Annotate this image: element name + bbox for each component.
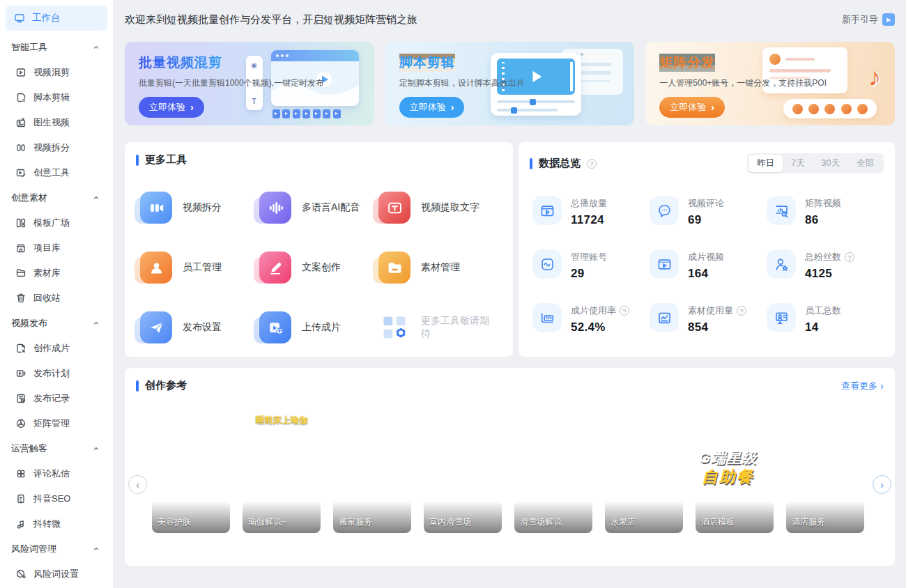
tool-item[interactable]: 更多工具敬请期待 (378, 311, 498, 343)
video-overlay-line1: G端星级 (699, 448, 757, 467)
sidebar-entry[interactable]: 图生视频 (6, 110, 107, 135)
sidebar-entry[interactable]: 创作成片 (6, 336, 107, 361)
sidebar-entry[interactable]: 视频发布 (6, 311, 107, 336)
tool-item[interactable]: 视频拆分 (140, 192, 259, 224)
video-card[interactable]: 睡前床上瑜伽 瑜伽解说~ (243, 408, 321, 533)
video-card[interactable]: 水果店 (605, 408, 683, 533)
promo-card-script-edit[interactable]: 脚本剪辑 定制脚本剪辑，设计脚本高效出片 立即体验 (385, 42, 635, 125)
main-content: 欢迎来到短视频批量创作与分发平台，开启短视频矩阵营销之旅 新手引导 批量视频混剪… (114, 0, 906, 588)
help-icon[interactable] (845, 252, 854, 262)
sidebar-entry[interactable]: 回收站 (6, 286, 107, 311)
sidebar-entry[interactable]: 发布计划 (6, 361, 107, 386)
video-card[interactable]: 美容护肤 (152, 408, 230, 533)
sidebar-entry[interactable]: 素材库 (6, 261, 107, 286)
try-now-button[interactable]: 立即体验 (659, 97, 725, 118)
try-now-button[interactable]: 立即体验 (139, 97, 204, 118)
promo-card-batch-video-mix[interactable]: 批量视频混剪 批量剪辑(一天批量剪辑1000个视频),一键定时发布 立即体验 (125, 42, 374, 125)
sidebar-item-workbench[interactable]: 工作台 (6, 6, 107, 31)
time-range-tab[interactable]: 昨日 (748, 155, 783, 172)
stat-label: 总粉丝数 (805, 251, 854, 263)
sidebar-entry-label: 创意工具 (33, 167, 70, 179)
stat-label: 成片视频 (688, 251, 724, 263)
sidebar-entry[interactable]: 风险词设置 (6, 562, 107, 587)
time-range-tabs: 昨日 7天 30天 全部 (747, 153, 884, 173)
time-range-tab[interactable]: 全部 (848, 155, 882, 172)
stat-item: 50% 成片使用率 52.4% (532, 303, 650, 334)
script-edit-icon (15, 92, 26, 103)
help-icon[interactable] (587, 159, 597, 169)
sidebar-entry[interactable]: 项目库 (6, 235, 107, 261)
video-card[interactable]: G端星级 自助餐 酒店模板 (696, 408, 774, 533)
sidebar-entry-label: 素材库 (33, 267, 61, 279)
beginner-guide-button[interactable]: 新手引导 (842, 13, 895, 26)
tool-item[interactable]: 员工管理 (140, 252, 259, 284)
tool-item[interactable]: 发布设置 (140, 311, 259, 343)
tool-video-text-icon (378, 192, 410, 224)
stat-value: 86 (805, 213, 841, 227)
promo-title: 矩阵分发 (659, 54, 715, 72)
stat-item: 总播放量 11724 (532, 196, 650, 227)
stat-value: 29 (571, 267, 607, 281)
help-icon[interactable] (620, 306, 629, 316)
stat-value: 164 (688, 267, 724, 281)
creation-reference-title: 创作参考 (136, 379, 187, 392)
tool-upload-icon (259, 311, 291, 343)
tool-item[interactable]: 上传成片 (259, 311, 378, 343)
time-range-tab[interactable]: 30天 (813, 155, 848, 172)
video-card[interactable]: 酒店服务 (786, 408, 864, 533)
sidebar-entry[interactable]: 评论私信 (6, 461, 107, 486)
sidebar-entry-label: 视频混剪 (33, 66, 70, 79)
sidebar-entry-label: 回收站 (33, 292, 61, 304)
sidebar-entry[interactable]: 视频拆分 (6, 135, 107, 160)
carousel-next-button[interactable] (873, 475, 891, 494)
video-card[interactable]: 室内滑雪场 (424, 408, 502, 533)
sidebar-entry[interactable]: 运营触客 (6, 436, 107, 461)
try-now-button[interactable]: 立即体验 (399, 97, 465, 118)
carousel-prev-button[interactable] (128, 475, 147, 494)
video-caption: 酒店模板 (701, 516, 735, 528)
sidebar-entry[interactable]: 创意工具 (6, 160, 107, 185)
stat-label: 矩阵视频 (805, 197, 841, 210)
sidebar-entry[interactable]: 模板广场 (6, 210, 107, 235)
time-range-tab[interactable]: 7天 (783, 155, 813, 172)
view-more-link[interactable]: 查看更多 (841, 380, 884, 392)
creation-reference-card: 创作参考 查看更多 美容护肤 睡前床上瑜伽 (125, 368, 895, 566)
stat-item: 矩阵视频 86 (767, 196, 884, 227)
promo-card-matrix-distribution[interactable]: 矩阵分发 一人管理500+账号，一键分发，支持挂载POI 立即体验 (645, 42, 895, 125)
tool-staff-icon (140, 252, 172, 284)
tool-label: 素材管理 (421, 261, 460, 274)
sidebar-entry-label: 创意素材 (11, 192, 92, 204)
sidebar: 工作台 智能工具 视频混剪 脚本剪辑 图生视频 视频拆分 (0, 0, 114, 588)
tool-ai-voice-icon (259, 192, 291, 224)
sidebar-entry[interactable]: 抖转微 (6, 511, 107, 536)
tool-item[interactable]: 视频提取文字 (378, 192, 498, 224)
video-card[interactable]: 滑雪场解说 (514, 408, 592, 533)
stat-value: 4125 (805, 267, 854, 281)
sidebar-entry[interactable]: 发布记录 (6, 386, 107, 411)
sidebar-entry[interactable]: 智能工具 (6, 35, 107, 60)
sidebar-entry-label: 风险词设置 (33, 568, 79, 580)
douyin-seo-icon (15, 493, 26, 504)
sidebar-entry[interactable]: 脚本剪辑 (6, 85, 107, 110)
tool-label: 员工管理 (183, 261, 222, 274)
sidebar-entry-label: 发布记录 (33, 392, 70, 405)
sidebar-entry[interactable]: 矩阵管理 (6, 411, 107, 436)
sidebar-entry[interactable]: 视频混剪 (6, 60, 107, 85)
tool-item[interactable]: 多语言AI配音 (259, 192, 378, 224)
tool-label: 文案创作 (302, 261, 341, 274)
sidebar-entry[interactable]: 抖音SEO (6, 486, 107, 511)
stat-play-icon (532, 196, 562, 225)
sidebar-entry-label: 抖转微 (33, 518, 61, 530)
project-library-icon (15, 242, 26, 254)
tool-item[interactable]: 素材管理 (378, 252, 498, 284)
sidebar-entry[interactable]: 创意素材 (6, 185, 107, 210)
help-icon[interactable] (737, 306, 746, 316)
tool-item[interactable]: 文案创作 (259, 252, 378, 284)
chevron-up-icon (92, 319, 100, 327)
tool-label: 视频提取文字 (421, 201, 479, 214)
material-library-icon (15, 268, 26, 279)
video-card[interactable]: 搬家服务 (333, 408, 411, 533)
sidebar-entry[interactable]: 风险词管理 (6, 536, 107, 562)
stat-fans-icon (767, 249, 796, 279)
stat-account-icon (532, 249, 562, 279)
